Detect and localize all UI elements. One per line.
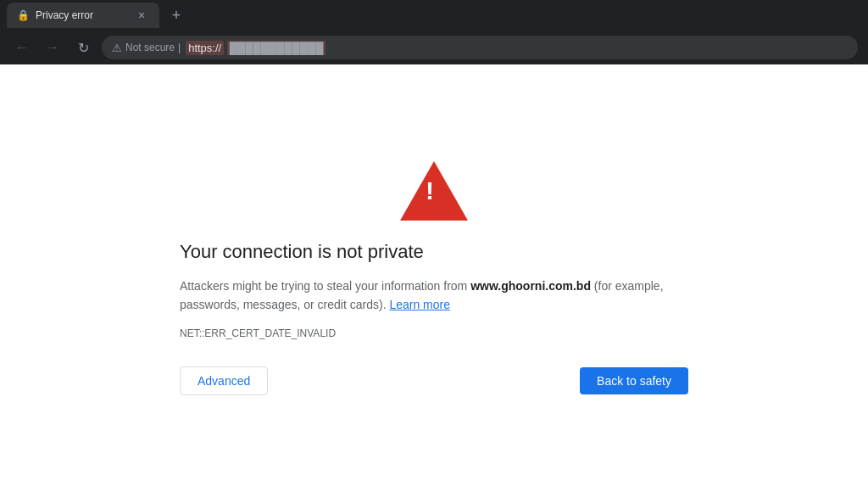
back-button[interactable]: ← <box>10 36 34 59</box>
learn-more-link[interactable]: Learn more <box>389 298 450 311</box>
reload-button[interactable]: ↻ <box>71 36 95 59</box>
button-row: Advanced Back to safety <box>180 366 688 395</box>
url-display[interactable]: https:// ████████████ <box>186 42 326 54</box>
tab-close-button[interactable]: × <box>134 8 149 23</box>
warning-lock-icon: ⚠ <box>112 42 122 54</box>
error-container: Your connection is not private Attackers… <box>180 161 688 396</box>
tab-title: Privacy error <box>36 9 127 21</box>
page-content: Your connection is not private Attackers… <box>0 64 868 492</box>
url-highlight: https:// <box>186 41 224 55</box>
description-before: Attackers might be trying to steal your … <box>180 279 470 293</box>
tab-favicon-icon: 🔒 <box>17 9 29 21</box>
error-code: NET::ERR_CERT_DATE_INVALID <box>180 327 336 339</box>
not-secure-label: Not secure <box>125 42 175 53</box>
url-redacted: ████████████ <box>227 41 326 55</box>
address-bar: ← → ↻ ⚠ Not secure | https:// ██████████… <box>0 31 868 64</box>
omnibox[interactable]: ⚠ Not secure | https:// ████████████ <box>102 36 858 59</box>
error-icon-area <box>180 161 688 221</box>
browser-tab[interactable]: 🔒 Privacy error × <box>7 3 159 28</box>
warning-triangle-icon <box>400 161 468 221</box>
tab-bar: 🔒 Privacy error × + <box>0 0 868 31</box>
error-domain: www.ghoorni.com.bd <box>470 279 591 293</box>
new-tab-button[interactable]: + <box>166 5 186 25</box>
error-title: Your connection is not private <box>180 241 688 263</box>
advanced-button[interactable]: Advanced <box>180 366 268 395</box>
not-secure-badge: ⚠ Not secure | <box>112 42 181 54</box>
error-description: Attackers might be trying to steal your … <box>180 277 688 315</box>
browser-chrome: 🔒 Privacy error × + ← → ↻ ⚠ Not secure |… <box>0 0 868 64</box>
back-to-safety-button[interactable]: Back to safety <box>580 367 688 394</box>
url-separator: | <box>178 42 181 53</box>
forward-button[interactable]: → <box>41 36 64 59</box>
